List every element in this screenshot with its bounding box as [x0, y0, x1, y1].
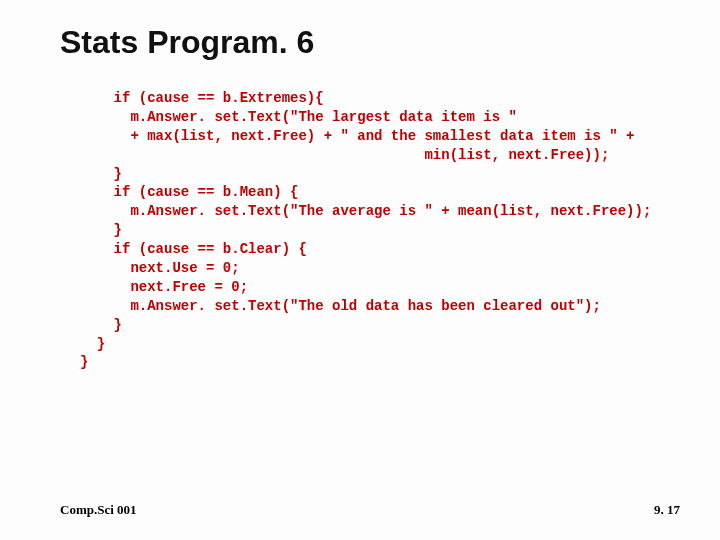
slide-title: Stats Program. 6 [60, 24, 680, 61]
code-block: if (cause == b.Extremes){ m.Answer. set.… [80, 89, 680, 372]
footer-right: 9. 17 [654, 502, 680, 518]
slide: Stats Program. 6 if (cause == b.Extremes… [0, 0, 720, 540]
footer: Comp.Sci 001 9. 17 [60, 502, 680, 518]
footer-left: Comp.Sci 001 [60, 502, 137, 518]
